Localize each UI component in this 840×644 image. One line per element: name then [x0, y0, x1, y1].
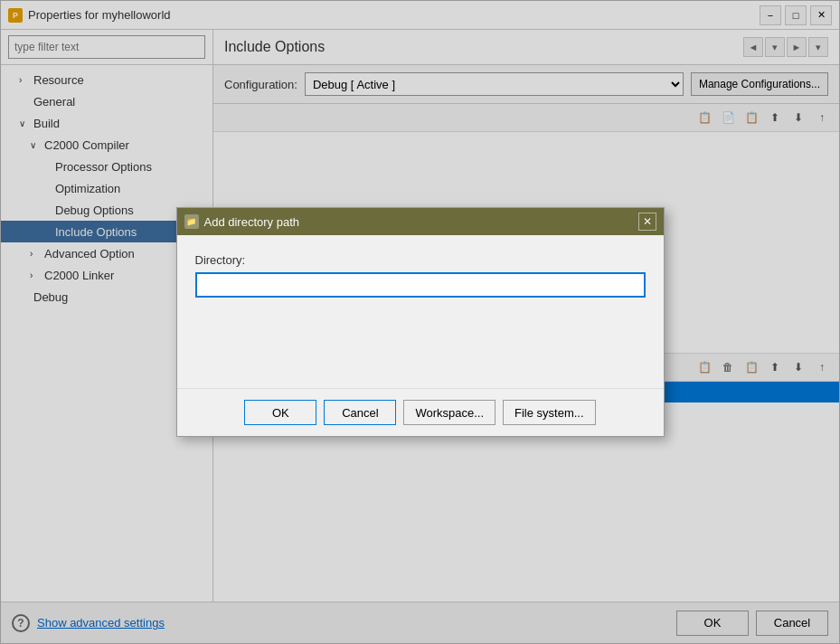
modal-overlay: 📁 Add directory path ✕ Directory: OK Can…	[1, 1, 839, 643]
dialog-title: Add directory path	[204, 215, 300, 229]
dialog-title-bar: 📁 Add directory path ✕	[177, 208, 664, 235]
directory-label: Directory:	[195, 253, 646, 267]
dialog: 📁 Add directory path ✕ Directory: OK Can…	[176, 207, 665, 437]
dialog-filesystem-button[interactable]: File system...	[503, 400, 596, 425]
dialog-title-left: 📁 Add directory path	[184, 214, 300, 229]
dialog-ok-button[interactable]: OK	[244, 400, 316, 425]
dialog-cancel-button[interactable]: Cancel	[324, 400, 396, 425]
dialog-close-button[interactable]: ✕	[638, 213, 656, 231]
dialog-icon: 📁	[184, 214, 199, 229]
dialog-spacer	[195, 298, 646, 370]
dialog-workspace-button[interactable]: Workspace...	[403, 400, 496, 425]
dialog-footer: OK Cancel Workspace... File system...	[177, 388, 664, 436]
directory-input[interactable]	[195, 272, 646, 298]
dialog-body: Directory:	[177, 235, 664, 388]
main-window: P Properties for myhelloworld − □ ✕ › Re…	[0, 0, 840, 644]
